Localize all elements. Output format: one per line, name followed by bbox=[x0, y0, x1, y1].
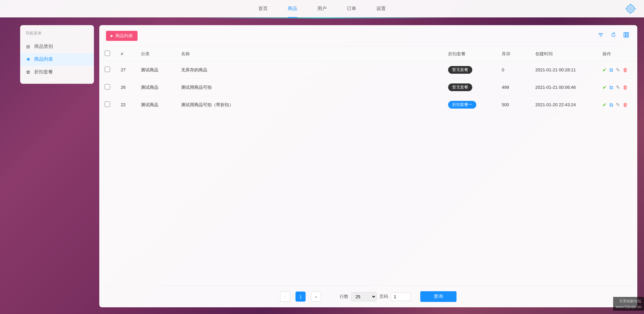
action-copy-icon[interactable]: ⧉ bbox=[609, 67, 613, 73]
nav-item-home[interactable]: 首页 bbox=[258, 4, 268, 13]
product-table: # 分类 名称 折扣套餐 库存 创建时间 操作 27 测试商品 无库存的商品 bbox=[99, 47, 637, 114]
action-copy-icon[interactable]: ⧉ bbox=[609, 102, 613, 108]
svg-rect-7 bbox=[626, 33, 627, 37]
row-id: 26 bbox=[115, 79, 136, 96]
pagination-bar: ‹ 1 › 行数 25 50 100 页码 查询 bbox=[99, 286, 637, 307]
filter-icon bbox=[598, 32, 604, 38]
sidebar-item-category-label: 商品类别 bbox=[34, 44, 53, 50]
row-checkbox-cell bbox=[99, 96, 115, 114]
header-num: # bbox=[115, 47, 136, 61]
page-number-input[interactable] bbox=[391, 293, 411, 301]
row-category: 测试商品 bbox=[136, 79, 176, 96]
row-actions: ✔ ⧉ ✎ 🗑 bbox=[597, 61, 637, 79]
header-stock: 库存 bbox=[496, 47, 530, 61]
row-name: 测试用商品可拍 bbox=[176, 79, 443, 96]
action-edit-icon[interactable]: ✎ bbox=[616, 102, 620, 108]
row-stock: 500 bbox=[496, 96, 530, 114]
header-created: 创建时间 bbox=[530, 47, 597, 61]
row-checkbox-0[interactable] bbox=[105, 67, 110, 72]
action-edit-icon[interactable]: ✎ bbox=[616, 67, 620, 73]
rows-per-page-select[interactable]: 25 50 100 bbox=[351, 292, 377, 301]
columns-button[interactable] bbox=[622, 30, 631, 41]
row-category: 测试商品 bbox=[136, 61, 176, 79]
table-container: # 分类 名称 折扣套餐 库存 创建时间 操作 27 测试商品 无库存的商品 bbox=[99, 47, 637, 286]
row-id: 27 bbox=[115, 61, 136, 79]
row-discount: 折扣套餐一 bbox=[443, 96, 496, 114]
prev-page-button[interactable]: ‹ bbox=[280, 292, 290, 302]
logo-icon bbox=[625, 3, 636, 14]
row-stock: 499 bbox=[496, 79, 530, 96]
toolbar: 商品列表 bbox=[99, 25, 637, 47]
row-name: 无库存的商品 bbox=[176, 61, 443, 79]
filter-button[interactable] bbox=[596, 30, 605, 41]
current-page-button[interactable]: 1 bbox=[296, 292, 306, 302]
action-delete-icon[interactable]: 🗑 bbox=[623, 102, 628, 108]
row-stock: 0 bbox=[496, 61, 530, 79]
header-category: 分类 bbox=[136, 47, 176, 61]
header-actions: 操作 bbox=[597, 47, 637, 61]
row-checkbox-cell bbox=[99, 79, 115, 96]
watermark-line1: 百爱破解论坛 bbox=[616, 298, 641, 304]
action-delete-icon[interactable]: 🗑 bbox=[623, 84, 628, 90]
row-discount: 暂无套餐 bbox=[443, 61, 496, 79]
nav-item-settings[interactable]: 设置 bbox=[376, 4, 386, 13]
header-checkbox-cell bbox=[99, 47, 115, 61]
action-copy-icon[interactable]: ⧉ bbox=[609, 84, 613, 90]
sidebar-item-discount[interactable]: ✿ 折扣套餐 bbox=[20, 66, 94, 78]
diamond-icon: ❖ bbox=[25, 57, 31, 62]
discount-badge[interactable]: 暂无套餐 bbox=[448, 83, 472, 91]
row-checkbox-2[interactable] bbox=[105, 102, 110, 107]
top-navigation: 首页 商品 用户 订单 设置 bbox=[0, 0, 644, 17]
nav-item-user[interactable]: 用户 bbox=[317, 4, 327, 13]
pagination-info: 行数 25 50 100 页码 查询 bbox=[340, 291, 457, 302]
toolbar-left: 商品列表 bbox=[106, 31, 138, 41]
watermark-line2: www.52pojie.cn bbox=[616, 304, 641, 310]
toolbar-right bbox=[596, 30, 631, 41]
discount-badge[interactable]: 折扣套餐一 bbox=[448, 101, 476, 109]
page-label: 页码 bbox=[379, 294, 388, 300]
table-body: 27 测试商品 无库存的商品 暂无套餐 0 2021-01-21 00:28:1… bbox=[99, 61, 637, 114]
watermark: 百爱破解论坛 www.52pojie.cn bbox=[613, 297, 644, 311]
main-layout: 导航菜单 ⊞ 商品类别 ❖ 商品列表 ✿ 折扣套餐 商品列表 bbox=[0, 18, 644, 314]
row-actions: ✔ ⧉ ✎ 🗑 bbox=[597, 79, 637, 96]
sidebar-item-discount-label: 折扣套餐 bbox=[34, 69, 53, 75]
action-edit-icon[interactable]: ✎ bbox=[616, 84, 620, 90]
refresh-icon bbox=[610, 32, 616, 38]
nav-items: 首页 商品 用户 订单 设置 bbox=[258, 4, 386, 13]
nav-item-order[interactable]: 订单 bbox=[347, 4, 356, 13]
sidebar-title: 导航菜单 bbox=[20, 30, 94, 40]
row-id: 22 bbox=[115, 96, 136, 114]
select-all-checkbox[interactable] bbox=[105, 51, 110, 56]
rows-label: 行数 bbox=[340, 294, 348, 300]
sidebar: 导航菜单 ⊞ 商品类别 ❖ 商品列表 ✿ 折扣套餐 bbox=[20, 25, 94, 84]
discount-badge[interactable]: 暂无套餐 bbox=[448, 66, 472, 74]
action-approve-icon[interactable]: ✔ bbox=[602, 67, 607, 73]
grid-icon: ⊞ bbox=[25, 44, 31, 49]
refresh-button[interactable] bbox=[609, 30, 618, 41]
query-button[interactable]: 查询 bbox=[420, 291, 457, 302]
content-area: 商品列表 bbox=[99, 25, 637, 307]
sidebar-item-category[interactable]: ⊞ 商品类别 bbox=[20, 40, 94, 53]
row-created: 2021-01-20 22:43:24 bbox=[530, 96, 597, 114]
action-delete-icon[interactable]: 🗑 bbox=[623, 67, 628, 73]
header-discount: 折扣套餐 bbox=[443, 47, 496, 61]
row-checkbox-cell bbox=[99, 61, 115, 79]
action-approve-icon[interactable]: ✔ bbox=[602, 102, 607, 108]
row-checkbox-1[interactable] bbox=[105, 84, 110, 89]
row-created: 2021-01-21 00:28:11 bbox=[530, 61, 597, 79]
row-name: 测试用商品可拍（带折扣） bbox=[176, 96, 443, 114]
table-header-row: # 分类 名称 折扣套餐 库存 创建时间 操作 bbox=[99, 47, 637, 61]
row-created: 2021-01-21 00:06:46 bbox=[530, 79, 597, 96]
columns-icon bbox=[623, 32, 629, 38]
header-name: 名称 bbox=[176, 47, 443, 61]
row-discount: 暂无套餐 bbox=[443, 79, 496, 96]
sidebar-item-products-label: 商品列表 bbox=[34, 56, 53, 62]
product-list-button[interactable]: 商品列表 bbox=[106, 31, 138, 41]
sidebar-item-products[interactable]: ❖ 商品列表 bbox=[20, 53, 94, 66]
nav-item-product[interactable]: 商品 bbox=[288, 4, 297, 13]
table-row: 26 测试商品 测试用商品可拍 暂无套餐 499 2021-01-21 00:0… bbox=[99, 79, 637, 96]
next-page-button[interactable]: › bbox=[311, 292, 321, 302]
svg-rect-6 bbox=[624, 33, 625, 37]
action-approve-icon[interactable]: ✔ bbox=[602, 84, 607, 90]
table-row: 27 测试商品 无库存的商品 暂无套餐 0 2021-01-21 00:28:1… bbox=[99, 61, 637, 79]
